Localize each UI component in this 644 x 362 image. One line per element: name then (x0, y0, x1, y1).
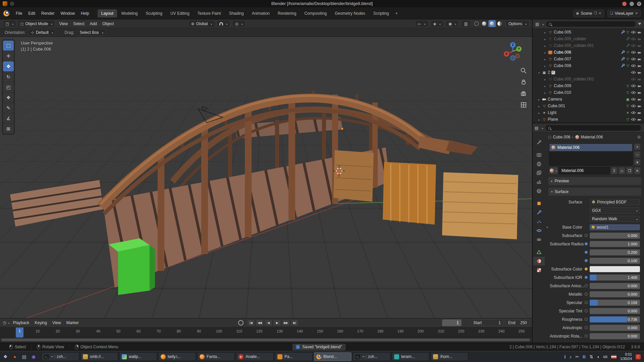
hide-eye-icon[interactable] (631, 64, 636, 68)
material-slot-list[interactable]: Material.006 (549, 143, 633, 166)
tool-button[interactable]: ✛ (3, 51, 14, 61)
render-visibility-icon[interactable] (637, 117, 642, 122)
tab-object[interactable] (533, 199, 545, 208)
outliner-editor-icon[interactable]: ▤ (535, 22, 539, 26)
render-visibility-icon[interactable] (637, 64, 642, 68)
disclosure-icon[interactable] (537, 70, 541, 75)
shading-solid-button[interactable] (481, 20, 488, 27)
view-layer-selector[interactable]: ❏ ViewLayer ✕ (607, 10, 641, 17)
decorator-dot[interactable] (585, 259, 588, 262)
disclosure-icon[interactable] (543, 30, 547, 35)
outliner-row[interactable]: ▽ ▦ ☀ Plane (533, 116, 644, 123)
mode-dropdown[interactable]: ◻Object Mode (17, 20, 55, 27)
transport-button[interactable]: |◀ (247, 319, 255, 326)
render-visibility-icon[interactable] (637, 111, 642, 115)
tray-icon[interactable]: ℹ (564, 354, 566, 359)
value-slider[interactable]: 0.000 (590, 308, 640, 314)
value-slider[interactable]: 0.000 (590, 325, 640, 331)
workspace-tab[interactable]: Scripting (370, 9, 393, 17)
shading-rendered-button[interactable] (496, 20, 503, 27)
options-dropdown[interactable]: Options (506, 20, 529, 27)
render-visibility-icon[interactable] (637, 90, 642, 95)
shading-material-button[interactable] (488, 20, 496, 27)
menu-item[interactable]: Help (78, 10, 92, 17)
outliner-row[interactable]: ▽ ▦ ☀ 2 (533, 69, 644, 76)
decorator-dot[interactable] (585, 318, 588, 321)
transport-button[interactable]: ▶| (290, 319, 299, 326)
render-visibility-icon[interactable] (637, 57, 642, 61)
workspace-tab[interactable]: Layout (98, 9, 117, 17)
workspace-tab[interactable]: Shading (225, 9, 248, 17)
scene-selector[interactable]: ▣ Scene ❐ ✕ (573, 10, 604, 17)
preview-panel-header[interactable]: ▸ Preview (548, 177, 641, 185)
disclosure-icon[interactable] (543, 63, 547, 68)
tool-button[interactable]: ✎ (3, 103, 14, 113)
decorator-dot[interactable] (585, 242, 588, 245)
timeline-ruler[interactable]: 1 10203040506070809010011012013014015016… (0, 327, 532, 338)
taskbar-window-button[interactable]: /hom... (431, 352, 468, 361)
disclosure-icon[interactable] (537, 110, 541, 115)
disclosure-icon[interactable] (543, 57, 547, 61)
viewport-menu-item[interactable]: View (56, 20, 70, 27)
workspace-tab[interactable]: Compositing (301, 9, 330, 17)
taskbar-window-button[interactable]: Blend... (314, 352, 352, 361)
editor-type-button[interactable]: ◳ (3, 20, 16, 27)
hide-eye-icon[interactable] (631, 97, 636, 102)
pin-icon[interactable]: ⊙ (637, 135, 641, 139)
outliner-row[interactable]: ▽ ▦ ☀ Light (533, 109, 644, 116)
outliner-row[interactable]: ▽ ▦ ☀ Cube.005_collider (533, 36, 644, 42)
linked-texture-button[interactable]: wood1 (590, 224, 640, 230)
remove-slot-button[interactable]: − (634, 151, 641, 158)
current-frame-field[interactable]: 1 (442, 319, 462, 326)
camera-view-icon[interactable] (520, 90, 527, 97)
outliner-search-input[interactable] (546, 21, 636, 27)
hide-eye-icon[interactable] (631, 30, 636, 35)
value-dropdown[interactable]: GGX (590, 207, 640, 214)
value-slider[interactable]: 0.000 (590, 333, 640, 339)
frame-end-field[interactable]: End250 (505, 319, 530, 326)
keyboard-layout-indicator[interactable]: us (603, 354, 607, 359)
decorator-dot[interactable] (585, 326, 588, 329)
taskbar-window-button[interactable]: teram... (392, 352, 429, 361)
tab-scene[interactable] (533, 178, 545, 186)
zoom-icon[interactable] (520, 67, 527, 74)
color-swatch[interactable] (590, 266, 640, 272)
timeline-menu-item[interactable]: Keying (32, 319, 50, 326)
selectability-dropdown[interactable]: ▻ (415, 20, 428, 27)
minimize-button[interactable]: – (630, 2, 634, 6)
xray-toggle[interactable]: ▥ (461, 20, 470, 27)
outliner-row[interactable]: ▽ ▦ ☀ Cube.007 (533, 56, 644, 62)
value-slider[interactable]: 0.736 (590, 316, 640, 322)
material-slot[interactable]: Material.006 (549, 144, 632, 151)
launcher-icon[interactable]: ◉ (30, 353, 37, 360)
hide-eye-icon[interactable] (631, 37, 636, 41)
decorator-dot[interactable] (585, 335, 588, 338)
surface-panel-header[interactable]: ▾ Surface (548, 188, 641, 196)
taskbar-window-button[interactable]: Analie... (236, 352, 274, 361)
value-slider[interactable]: 1.000 (590, 241, 640, 247)
tab-world[interactable] (533, 187, 545, 195)
auto-key-record-button[interactable] (238, 320, 244, 325)
snap-toggle[interactable] (217, 20, 230, 27)
tab-render[interactable] (533, 150, 545, 159)
decorator-dot[interactable] (585, 267, 588, 270)
value-dropdown[interactable]: Random Walk (590, 216, 640, 222)
close-button[interactable]: ✕ (637, 2, 641, 6)
hide-eye-icon[interactable] (631, 44, 636, 48)
value-slider[interactable]: 0.000 (590, 283, 640, 289)
tool-button[interactable]: ↻ (3, 72, 14, 82)
viewport-menu-item[interactable]: Add (87, 20, 100, 27)
decorator-dot[interactable] (585, 276, 588, 279)
hide-eye-icon[interactable] (631, 84, 636, 88)
tray-icon[interactable]: ⇅ (590, 354, 593, 359)
transform-orientation-dropdown[interactable]: ⊕Global (189, 20, 215, 27)
disclosure-icon[interactable] (543, 90, 547, 95)
menu-item[interactable]: Window (57, 10, 78, 17)
tab-constraints[interactable] (533, 235, 545, 244)
render-visibility-icon[interactable] (637, 104, 642, 108)
hide-eye-icon[interactable] (631, 70, 636, 75)
transport-button[interactable]: ▶ (273, 319, 281, 326)
hide-eye-icon[interactable] (631, 57, 636, 61)
shading-wireframe-button[interactable] (473, 20, 480, 27)
orientation-dropdown[interactable]: ⊹Default (28, 29, 56, 36)
